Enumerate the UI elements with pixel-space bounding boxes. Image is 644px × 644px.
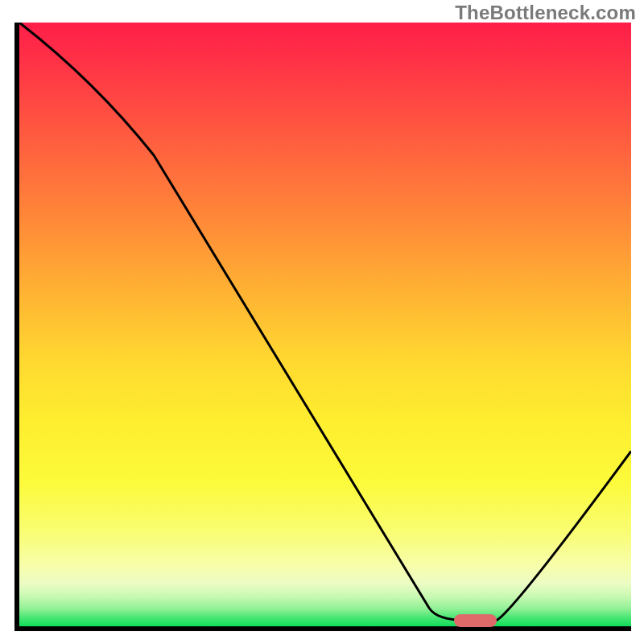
watermark-text: TheBottleneck.com — [455, 2, 636, 24]
plot-area — [14, 23, 631, 631]
optimal-marker — [454, 614, 497, 627]
chart-container: TheBottleneck.com — [0, 0, 644, 644]
curve-path — [19, 23, 631, 621]
line-curve — [19, 23, 631, 626]
